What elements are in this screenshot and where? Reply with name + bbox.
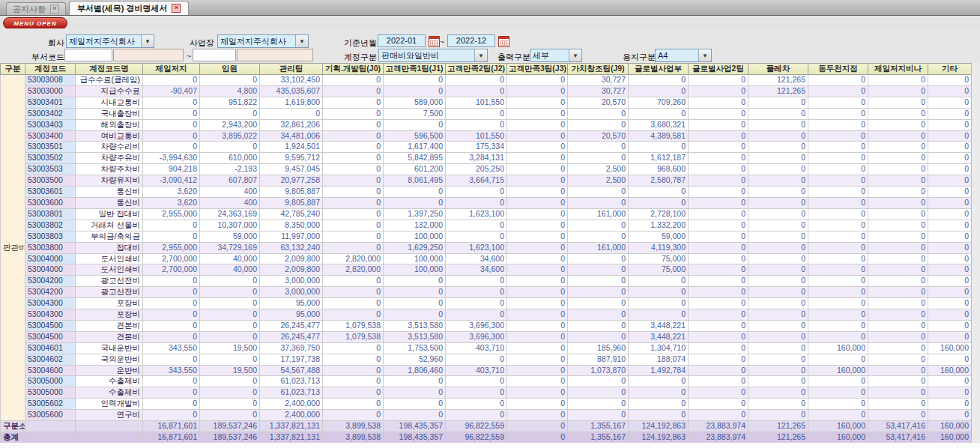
- amount-cell[interactable]: 0: [568, 309, 629, 321]
- account-name-cell[interactable]: 접대비: [76, 242, 143, 253]
- amount-cell[interactable]: 0: [689, 342, 748, 354]
- amount-cell[interactable]: 37,369,750: [260, 342, 323, 354]
- amount-cell[interactable]: 0: [507, 242, 568, 253]
- amount-cell[interactable]: 2,728,100: [629, 208, 689, 220]
- amount-cell[interactable]: 0: [808, 242, 868, 253]
- amount-cell[interactable]: 3,620: [143, 187, 200, 198]
- amount-cell[interactable]: 968,600: [629, 164, 689, 175]
- amount-cell[interactable]: 0: [384, 309, 446, 321]
- amount-cell[interactable]: 0: [507, 399, 568, 410]
- amount-cell[interactable]: 0: [748, 387, 808, 399]
- amount-cell[interactable]: 0: [868, 387, 928, 399]
- amount-cell[interactable]: 0: [748, 108, 808, 119]
- amount-cell[interactable]: 26,245,477: [260, 331, 323, 342]
- amount-cell[interactable]: 0: [928, 85, 972, 97]
- expense-row[interactable]: 53003803부의금/축의금059,00011,997,0000100,000…: [1, 231, 972, 242]
- amount-cell[interactable]: 0: [143, 376, 200, 387]
- amount-cell[interactable]: 0: [748, 142, 808, 153]
- amount-cell[interactable]: 34,600: [446, 264, 507, 276]
- amount-cell[interactable]: 0: [143, 331, 200, 342]
- amount-cell[interactable]: 0: [568, 264, 629, 276]
- amount-cell[interactable]: 601,200: [384, 164, 446, 175]
- amount-cell[interactable]: 40,000: [200, 253, 260, 264]
- amount-cell[interactable]: 0: [928, 187, 972, 198]
- amount-cell[interactable]: 30,727: [568, 85, 629, 97]
- amount-cell[interactable]: 0: [808, 387, 868, 399]
- account-code-cell[interactable]: 53004200: [25, 287, 76, 298]
- account-code-cell[interactable]: 53004300: [25, 298, 76, 309]
- account-name-cell[interactable]: 포장비: [76, 309, 143, 321]
- amount-cell[interactable]: 904,218: [143, 164, 200, 175]
- vertical-scrollbar[interactable]: [971, 63, 980, 442]
- account-name-cell[interactable]: 견본비: [76, 331, 143, 342]
- amount-cell[interactable]: 0: [808, 354, 868, 365]
- amount-cell[interactable]: 0: [507, 220, 568, 231]
- amount-cell[interactable]: 75,000: [629, 253, 689, 264]
- amount-cell[interactable]: 0: [868, 376, 928, 387]
- amount-cell[interactable]: 0: [507, 164, 568, 175]
- amount-cell[interactable]: 121,265: [748, 75, 808, 86]
- amount-cell[interactable]: 1,337,821,131: [260, 432, 323, 444]
- amount-cell[interactable]: 0: [689, 220, 748, 231]
- amount-cell[interactable]: 0: [748, 197, 808, 208]
- amount-cell[interactable]: 53,417,416: [868, 432, 928, 444]
- amount-cell[interactable]: 0: [507, 119, 568, 130]
- amount-cell[interactable]: 0: [928, 331, 972, 342]
- account-name-cell[interactable]: 포장비: [76, 298, 143, 309]
- column-header[interactable]: 관리팀: [260, 64, 323, 75]
- amount-cell[interactable]: 0: [689, 376, 748, 387]
- amount-cell[interactable]: 1,079,538: [323, 331, 384, 342]
- expense-row[interactable]: 53003000지급수수료-90,4074,800435,035,6070000…: [1, 85, 972, 97]
- chevron-down-icon[interactable]: ▼: [295, 35, 308, 47]
- amount-cell[interactable]: 0: [808, 208, 868, 220]
- amount-cell[interactable]: 0: [748, 410, 808, 421]
- amount-cell[interactable]: 0: [928, 399, 972, 410]
- amount-cell[interactable]: 0: [507, 197, 568, 208]
- amount-cell[interactable]: 0: [507, 142, 568, 153]
- amount-cell[interactable]: 0: [808, 376, 868, 387]
- amount-cell[interactable]: 1,304,710: [629, 342, 689, 354]
- account-name-cell[interactable]: 시내교통비: [76, 97, 143, 108]
- amount-cell[interactable]: 3,513,580: [384, 331, 446, 342]
- amount-cell[interactable]: 54,567,488: [260, 365, 323, 376]
- account-name-cell[interactable]: 통신비: [76, 197, 143, 208]
- account-code-cell[interactable]: 53005600: [25, 410, 76, 421]
- site-select[interactable]: 제일저지주식회사 ▼: [217, 34, 309, 48]
- amount-cell[interactable]: 1,623,100: [446, 242, 507, 253]
- amount-cell[interactable]: 0: [748, 264, 808, 276]
- amount-cell[interactable]: 0: [689, 119, 748, 130]
- expense-row[interactable]: 53003401시내교통비0951,8221,619,8000589,00010…: [1, 97, 972, 108]
- paper-type-select[interactable]: A4 ▼: [655, 49, 712, 62]
- amount-cell[interactable]: 0: [689, 85, 748, 97]
- amount-cell[interactable]: 0: [323, 208, 384, 220]
- amount-cell[interactable]: 0: [868, 242, 928, 253]
- amount-cell[interactable]: 0: [808, 276, 868, 287]
- amount-cell[interactable]: 0: [384, 387, 446, 399]
- amount-cell[interactable]: 0: [200, 309, 260, 321]
- amount-cell[interactable]: 0: [384, 410, 446, 421]
- account-code-cell[interactable]: 53003600: [25, 197, 76, 208]
- amount-cell[interactable]: 0: [928, 75, 972, 86]
- amount-cell[interactable]: 63,132,240: [260, 242, 323, 253]
- amount-cell[interactable]: 887,910: [568, 354, 629, 365]
- amount-cell[interactable]: 0: [200, 399, 260, 410]
- amount-cell[interactable]: 0: [200, 276, 260, 287]
- amount-cell[interactable]: 0: [808, 175, 868, 187]
- amount-cell[interactable]: 3,664,715: [446, 175, 507, 187]
- amount-cell[interactable]: 16,871,601: [143, 421, 200, 432]
- amount-cell[interactable]: 0: [689, 365, 748, 376]
- column-header[interactable]: 제일저지비나: [868, 64, 928, 75]
- amount-cell[interactable]: 3,680,321: [629, 119, 689, 130]
- amount-cell[interactable]: 0: [143, 220, 200, 231]
- amount-cell[interactable]: 0: [928, 320, 972, 331]
- account-code-cell[interactable]: 53003800: [25, 242, 76, 253]
- amount-cell[interactable]: 0: [629, 187, 689, 198]
- column-header[interactable]: 계정코드: [25, 64, 76, 75]
- amount-cell[interactable]: 0: [323, 276, 384, 287]
- amount-cell[interactable]: 0: [808, 85, 868, 97]
- amount-cell[interactable]: 23,883,974: [689, 432, 748, 444]
- amount-cell[interactable]: 2,500: [568, 164, 629, 175]
- amount-cell[interactable]: 185,960: [568, 342, 629, 354]
- amount-cell[interactable]: 0: [568, 187, 629, 198]
- amount-cell[interactable]: 0: [143, 276, 200, 287]
